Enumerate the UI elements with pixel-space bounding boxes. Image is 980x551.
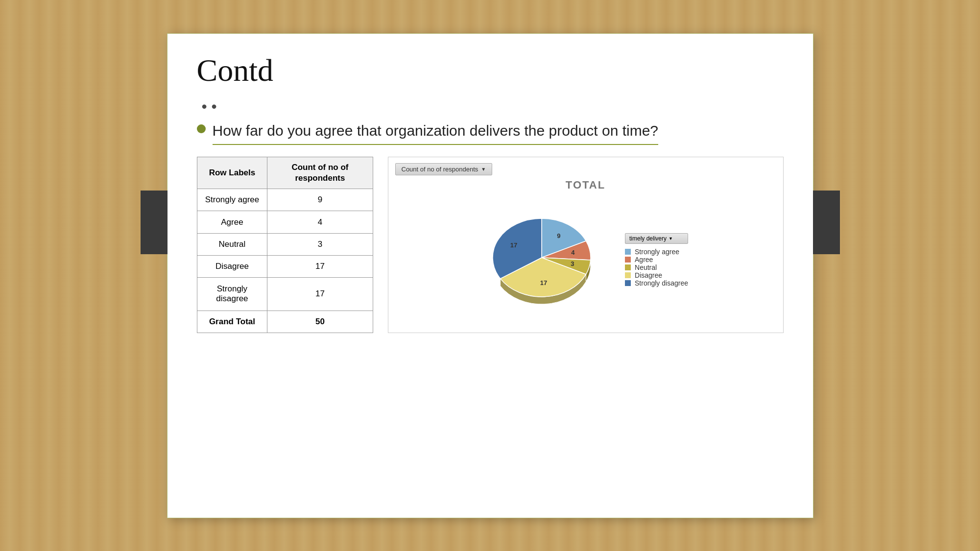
grand-total-label: Grand Total bbox=[197, 311, 267, 333]
pie-slice-label: 3 bbox=[571, 260, 574, 267]
row-count: 4 bbox=[267, 211, 373, 233]
table-row: Strongly agree 9 bbox=[197, 189, 373, 211]
legend-dropdown-label: timely delivery bbox=[629, 235, 667, 242]
pie-slice-label: 17 bbox=[510, 241, 517, 249]
legend-color-box bbox=[625, 272, 631, 278]
row-label: Disagree bbox=[197, 255, 267, 277]
table-row: Agree 4 bbox=[197, 211, 373, 233]
row-count: 17 bbox=[267, 255, 373, 277]
row-label: Strongly disagree bbox=[197, 278, 267, 311]
legend-color-box bbox=[625, 280, 631, 286]
data-table: Row Labels Count of no of respondents St… bbox=[197, 157, 373, 333]
legend-item: Disagree bbox=[625, 271, 688, 279]
filter-label: Count of no of respondents bbox=[402, 166, 478, 173]
row-label: Strongly agree bbox=[197, 189, 267, 211]
legend-color-box bbox=[625, 257, 631, 263]
legend-label: Strongly agree bbox=[635, 248, 679, 256]
legend-label: Neutral bbox=[635, 264, 657, 271]
row-label: Agree bbox=[197, 211, 267, 233]
legend-color-box bbox=[625, 264, 631, 270]
chart-container: Count of no of respondents TOTAL 9431717… bbox=[388, 157, 784, 333]
legend-color-box bbox=[625, 249, 631, 255]
row-count: 9 bbox=[267, 189, 373, 211]
pie-svg: 9431717 bbox=[483, 201, 610, 309]
col2-header: Count of no of respondents bbox=[267, 157, 373, 189]
slide-title: Contd bbox=[197, 53, 784, 88]
legend-label: Strongly disagree bbox=[635, 279, 688, 287]
row-label: Neutral bbox=[197, 233, 267, 255]
legend-item: Agree bbox=[625, 256, 688, 264]
col1-header: Row Labels bbox=[197, 157, 267, 189]
table-row: Disagree 17 bbox=[197, 255, 373, 277]
table-row: Strongly disagree 17 bbox=[197, 278, 373, 311]
legend-item: Neutral bbox=[625, 264, 688, 271]
question-text: How far do you agree that organization d… bbox=[213, 120, 659, 145]
table-row: Neutral 3 bbox=[197, 233, 373, 255]
legend-label: Disagree bbox=[635, 271, 662, 279]
legend-label: Agree bbox=[635, 256, 653, 264]
grand-total-row: Grand Total 50 bbox=[197, 311, 373, 333]
slide: Contd • • How far do you agree that orga… bbox=[167, 33, 813, 518]
legend-item: Strongly disagree bbox=[625, 279, 688, 287]
bullet-dot-icon bbox=[197, 124, 206, 133]
pie-slice-label: 17 bbox=[540, 279, 547, 287]
legend-item: Strongly agree bbox=[625, 248, 688, 256]
legend-dropdown-button[interactable]: timely delivery bbox=[625, 233, 688, 244]
content-area: Row Labels Count of no of respondents St… bbox=[197, 157, 784, 333]
bullet-dots: • • bbox=[202, 97, 784, 116]
grand-total-count: 50 bbox=[267, 311, 373, 333]
chart-body: 9431717 timely delivery Strongly agree A… bbox=[397, 201, 774, 309]
chart-filter-button[interactable]: Count of no of respondents bbox=[395, 163, 493, 175]
question-bullet: How far do you agree that organization d… bbox=[197, 120, 784, 145]
chart-title: TOTAL bbox=[397, 179, 774, 192]
chart-legend: timely delivery Strongly agree Agree Neu… bbox=[625, 233, 688, 287]
pie-slice-label: 4 bbox=[571, 249, 575, 256]
pie-slice-label: 9 bbox=[557, 232, 560, 240]
row-count: 3 bbox=[267, 233, 373, 255]
row-count: 17 bbox=[267, 278, 373, 311]
pie-chart: 9431717 bbox=[483, 201, 610, 309]
